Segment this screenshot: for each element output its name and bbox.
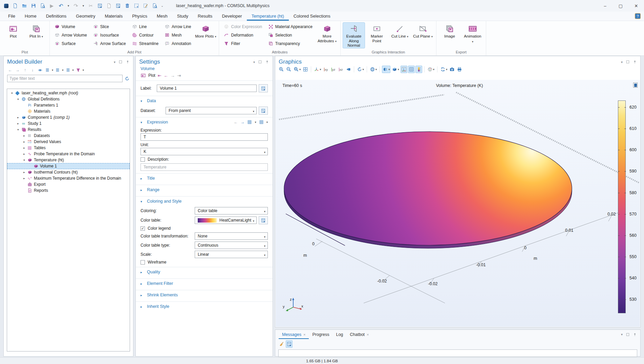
tab-progress[interactable]: Progress bbox=[309, 330, 332, 339]
move-up-icon[interactable]: ↑ bbox=[22, 67, 28, 73]
coloring-dropdown[interactable]: Color table▾ bbox=[195, 207, 268, 214]
model-tree-node-text-icon[interactable] bbox=[65, 67, 71, 73]
tree-item-study-1[interactable]: ▸∞Study 1 bbox=[7, 120, 130, 127]
tree-item-parameters[interactable]: PiParameters 1 bbox=[7, 102, 130, 108]
tab-colored-selections[interactable]: Colored Selections bbox=[289, 12, 335, 21]
show-icon[interactable] bbox=[37, 67, 43, 73]
open-file-icon[interactable] bbox=[20, 1, 28, 10]
tree-item-derived-values[interactable]: ▸8.85e-12Derived Values bbox=[7, 139, 130, 145]
panel-float-icon[interactable] bbox=[626, 60, 630, 64]
deformation-button[interactable]: Deformation bbox=[221, 31, 264, 39]
unit-dropdown[interactable]: K▾ bbox=[141, 148, 268, 155]
tree-item-component-1[interactable]: ▸Component 1(comp 1) bbox=[7, 114, 130, 120]
panel-menu-icon[interactable]: ▾ bbox=[114, 60, 115, 64]
color-table-transformation-dropdown[interactable]: None▾ bbox=[195, 232, 268, 240]
save-icon[interactable] bbox=[29, 1, 38, 10]
line-button[interactable]: Line bbox=[129, 22, 161, 31]
wireframe-checkbox[interactable] bbox=[141, 260, 145, 265]
default-view-icon[interactable]: ▾ bbox=[313, 66, 322, 73]
search-icon[interactable] bbox=[151, 1, 159, 10]
section-coloring-and-style[interactable]: Coloring and Style bbox=[147, 199, 181, 204]
save-as-icon[interactable] bbox=[39, 1, 47, 10]
surface-button[interactable]: Surface bbox=[52, 39, 90, 48]
evaluate-along-normal-button[interactable]: Evaluate Along Normal bbox=[343, 22, 365, 48]
minimize-button[interactable]: – bbox=[597, 0, 613, 12]
toolbar-options-icon[interactable]: ⌄ bbox=[160, 1, 165, 10]
color-table-window-icon[interactable] bbox=[259, 216, 268, 224]
tab-materials[interactable]: Materials bbox=[100, 12, 127, 21]
slice-button[interactable]: Slice bbox=[90, 22, 129, 31]
zoom-extents-icon[interactable] bbox=[302, 66, 309, 73]
more-attributes-button[interactable]: More Attributes ▾ bbox=[316, 22, 338, 47]
tab-results[interactable]: Results bbox=[193, 12, 217, 21]
collapse-all-icon[interactable] bbox=[44, 67, 50, 73]
insert-expression-icon[interactable] bbox=[259, 120, 264, 124]
section-quality[interactable]: Quality bbox=[147, 270, 160, 274]
view-xy-icon[interactable]: xy bbox=[323, 66, 329, 73]
tab-physics[interactable]: Physics bbox=[127, 12, 152, 21]
color-table-dropdown[interactable]: HeatCameraLight▾ bbox=[195, 217, 257, 224]
tree-item-isothermal-contours[interactable]: ▸Isothermal Contours (ht) bbox=[7, 169, 130, 175]
undo-icon[interactable]: ↶ bbox=[57, 1, 65, 10]
arrow-volume-button[interactable]: Arrow Volume bbox=[52, 31, 90, 39]
tab-chatbot[interactable]: Chatbot× bbox=[346, 330, 372, 339]
replace-expression-icon[interactable] bbox=[247, 120, 252, 124]
close-button[interactable]: ✕ bbox=[628, 0, 644, 12]
model-builder-filter-icon[interactable] bbox=[75, 67, 81, 73]
view-xz-icon[interactable]: xz bbox=[338, 66, 344, 73]
scene-light-toggle[interactable]: ▾ bbox=[382, 66, 390, 73]
tree-item-global-definitions[interactable]: ▾Global Definitions bbox=[7, 96, 130, 102]
tree-item-max-temp-difference[interactable]: ▸∿*Maximum Temperature Difference in the… bbox=[7, 175, 130, 181]
tree-item-temperature-ht[interactable]: ▾Temperature (ht) bbox=[7, 157, 130, 163]
contour-button[interactable]: Contour bbox=[129, 31, 161, 39]
arrow-line-button[interactable]: Arrow Line bbox=[162, 22, 194, 31]
snapshot-icon[interactable] bbox=[449, 66, 455, 73]
arrow-surface-button[interactable]: Arrow Surface bbox=[90, 39, 129, 48]
show-grid-toggle[interactable] bbox=[408, 66, 415, 73]
section-inherit-style[interactable]: Inherit Style bbox=[147, 304, 169, 309]
section-expression[interactable]: Expression bbox=[147, 120, 168, 124]
tab-definitions[interactable]: Definitions bbox=[41, 12, 71, 21]
marker-point-button[interactable]: Marker Point bbox=[366, 22, 388, 47]
plot-icon[interactable] bbox=[141, 73, 146, 78]
tree-item-probe-temperature[interactable]: ▸∿Probe Temperature in the Domain bbox=[7, 151, 130, 157]
filter-button[interactable]: Filter bbox=[221, 39, 264, 48]
messages-content[interactable] bbox=[278, 349, 637, 357]
plot-first-icon[interactable]: ⇤ bbox=[158, 73, 162, 78]
tab-home[interactable]: Home bbox=[20, 12, 41, 21]
image-button[interactable]: Image bbox=[438, 22, 461, 47]
expression-input[interactable]: T bbox=[141, 133, 268, 141]
close-icon[interactable]: × bbox=[367, 333, 369, 337]
section-shrink-elements[interactable]: Shrink Elements bbox=[147, 293, 178, 297]
panel-pin-icon[interactable] bbox=[633, 333, 637, 337]
tree-item-tables[interactable]: ▸Tables bbox=[7, 145, 130, 151]
panel-float-icon[interactable] bbox=[626, 333, 630, 337]
copy-messages-icon[interactable] bbox=[286, 340, 293, 348]
zoom-box-icon[interactable]: ▾ bbox=[293, 66, 301, 73]
copy-icon[interactable] bbox=[96, 1, 104, 10]
section-range[interactable]: Range bbox=[147, 187, 159, 192]
tree-item-export[interactable]: Export bbox=[7, 181, 130, 187]
appearance-icon[interactable]: ▾ bbox=[427, 66, 435, 73]
plot-button[interactable]: Plot bbox=[2, 22, 24, 47]
plot-area[interactable]: z x y Time=60 s Volume: Temperature (K) … bbox=[276, 80, 640, 327]
go-back-icon[interactable]: ← bbox=[7, 67, 13, 73]
delete-icon[interactable] bbox=[123, 1, 131, 10]
tab-messages[interactable]: Messages× bbox=[279, 330, 309, 339]
plot-previous-icon[interactable]: ← bbox=[164, 73, 168, 78]
panel-float-icon[interactable] bbox=[258, 60, 262, 64]
tab-developer[interactable]: Developer bbox=[217, 12, 246, 21]
print-icon[interactable] bbox=[456, 66, 463, 73]
color-table-type-dropdown[interactable]: Continuous▾ bbox=[195, 242, 268, 249]
transparency-toggle[interactable]: ▾ bbox=[391, 66, 400, 73]
section-title[interactable]: Title bbox=[147, 176, 155, 181]
tree-item-datasets[interactable]: ▸Datasets bbox=[7, 133, 130, 139]
tab-mesh[interactable]: Mesh bbox=[152, 12, 172, 21]
scale-dropdown[interactable]: Linear▾ bbox=[195, 251, 268, 258]
tree-item-results[interactable]: ▾Results bbox=[7, 127, 130, 133]
show-axis-orientation-toggle[interactable] bbox=[401, 66, 407, 73]
tree-item-volume-1[interactable]: Volume 1 bbox=[7, 163, 130, 169]
isosurface-button[interactable]: Isosurface bbox=[90, 31, 129, 39]
undo-caret-icon[interactable]: ▾ bbox=[66, 1, 71, 10]
rotate-view-icon[interactable]: ▾ bbox=[356, 66, 365, 73]
